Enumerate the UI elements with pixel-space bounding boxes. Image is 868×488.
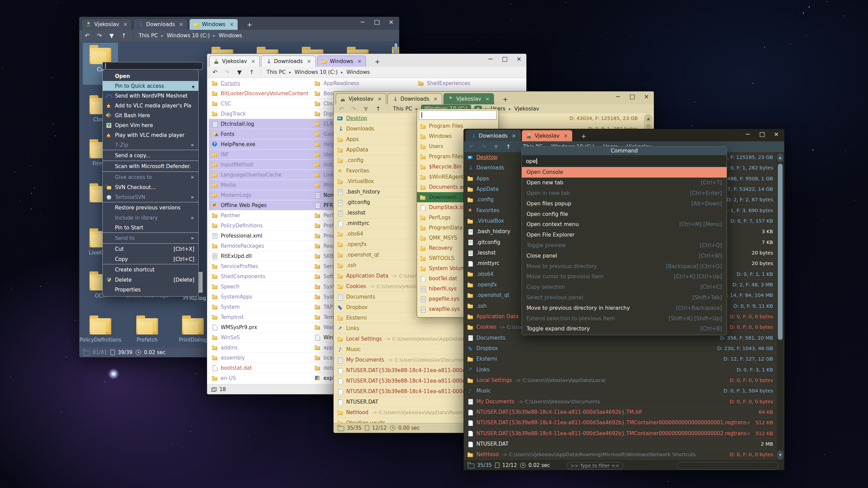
tab[interactable]: Downloads × xyxy=(261,56,316,67)
forward-button[interactable]: ↷ xyxy=(480,143,488,150)
file-row[interactable]: RemotePackages xyxy=(209,241,312,251)
type-to-filter-button[interactable]: >> Type to filter << xyxy=(567,462,623,469)
tab[interactable]: Downloads × xyxy=(466,130,520,141)
tab[interactable]: Downloads × xyxy=(388,93,442,104)
breadcrumb-item[interactable]: Vjekoslav▼ xyxy=(509,106,539,112)
context-menu-item[interactable]: Scan with Microsoft Defender... ▶ xyxy=(103,161,198,171)
file-row[interactable]: HelpPane.exe xyxy=(209,139,312,149)
palette-item[interactable]: Open in new tab [Ctrl+Enter] xyxy=(522,188,727,199)
file-row[interactable]: My Documents -> C:\Users\Vjekoslav\Docum… xyxy=(465,396,776,407)
file-row[interactable]: DiagTrack xyxy=(209,109,312,119)
palette-item[interactable]: Toggle expand directory [Ctrl+B] xyxy=(522,324,727,334)
file-row[interactable]: INF xyxy=(209,149,312,160)
tab[interactable]: + xyxy=(367,56,384,67)
file-row[interactable]: ShellComponents xyxy=(209,271,312,282)
close-button[interactable]: × xyxy=(516,55,521,62)
close-button[interactable]: × xyxy=(644,93,649,100)
context-menu-item[interactable]: 7-Zip ▶ xyxy=(103,140,198,150)
tab-close-icon[interactable]: × xyxy=(433,96,438,102)
tab[interactable]: Windows × xyxy=(317,56,366,67)
context-menu-item[interactable]: Delete [Delete] ▶ xyxy=(103,275,198,285)
forward-button[interactable]: ↷ xyxy=(350,105,357,112)
palette-item[interactable]: Close panel [Ctrl+W] xyxy=(522,250,727,261)
palette-item[interactable]: Move to previous directory in hierarchy … xyxy=(522,303,727,313)
context-menu-item[interactable]: Git Bash Here ▶ xyxy=(103,110,198,120)
tab-close-icon[interactable]: × xyxy=(251,58,255,64)
palette-item[interactable]: Open config file xyxy=(522,209,727,219)
file-row[interactable]: addins xyxy=(209,343,312,353)
breadcrumb-item[interactable]: Windows▼ xyxy=(341,69,370,75)
maximize-button[interactable]: □ xyxy=(759,130,765,138)
context-menu-filter-input[interactable] xyxy=(102,62,203,69)
file-row[interactable]: en-US xyxy=(209,373,312,383)
history-dropdown-button[interactable]: ▼ xyxy=(362,105,370,112)
minimize-button[interactable]: − xyxy=(360,18,365,25)
palette-item[interactable]: Open Console xyxy=(522,167,727,178)
tab[interactable]: + xyxy=(574,130,590,141)
tab[interactable]: Downloads × xyxy=(133,19,188,30)
file-row[interactable]: ServiceProfiles xyxy=(209,261,312,271)
file-row[interactable]: Speech xyxy=(209,282,312,292)
file-row[interactable]: Eksterni D: 12, F: 127, 12 GB xyxy=(465,354,776,364)
tab[interactable]: Vjekoslav × xyxy=(209,56,260,67)
palette-item[interactable]: Select previous panel [Shift+Tab] xyxy=(522,292,727,303)
tab[interactable]: Vjekoslav × xyxy=(336,93,386,104)
palette-item[interactable]: Copy selection [Ctrl+C] xyxy=(522,282,727,292)
tab-close-icon[interactable]: × xyxy=(564,133,568,139)
maximize-button[interactable]: □ xyxy=(374,18,380,25)
back-button[interactable]: ↶ xyxy=(338,105,345,112)
palette-item[interactable]: Toggle preview [Ctrl+Q] xyxy=(522,240,727,251)
up-button[interactable]: ↑ xyxy=(374,105,382,112)
file-row[interactable]: RtlExUpd.dll xyxy=(209,251,312,261)
breadcrumb-item[interactable]: This PC▼ xyxy=(139,33,158,39)
up-button[interactable]: ↑ xyxy=(505,143,512,150)
tab[interactable]: + xyxy=(495,94,512,104)
file-row[interactable]: Professional.xml xyxy=(209,231,312,241)
file-row[interactable]: Fonts xyxy=(209,129,312,139)
tab-close-icon[interactable]: × xyxy=(230,21,234,27)
file-row[interactable]: WinSxS xyxy=(209,332,312,343)
context-menu-item[interactable]: Create shortcut ▶ xyxy=(103,264,198,275)
file-row[interactable]: Dropbox D: 230, F: 1043, 46 GB xyxy=(465,343,776,354)
tab-close-icon[interactable]: × xyxy=(512,133,516,139)
maximize-button[interactable]: □ xyxy=(629,93,635,100)
file-row[interactable]: AppReadiness xyxy=(312,78,414,88)
file-row[interactable]: bootstat.dat xyxy=(209,363,312,373)
tab[interactable]: Windows × xyxy=(189,19,238,30)
history-dropdown-button[interactable]: ▼ xyxy=(236,69,243,76)
dropdown-filter-input[interactable] xyxy=(419,110,497,120)
scroll-up-icon[interactable]: ▲ xyxy=(777,153,783,162)
tab-close-icon[interactable]: × xyxy=(377,96,382,102)
file-row[interactable]: NTUSER.DAT 2 MB xyxy=(465,439,776,449)
close-button[interactable]: × xyxy=(774,130,779,138)
back-button[interactable]: ↶ xyxy=(468,143,475,150)
context-menu-item[interactable]: Open ▶ xyxy=(103,71,198,81)
context-menu-item[interactable]: Cut [Ctrl+X] ▶ xyxy=(103,243,198,254)
maximize-button[interactable]: □ xyxy=(502,55,508,62)
scrollbar-thumb[interactable] xyxy=(778,164,783,340)
back-button[interactable]: ↶ xyxy=(83,32,91,39)
forward-button[interactable]: ↷ xyxy=(223,69,231,76)
palette-item[interactable]: Move cursor to previous item [Ctrl+K] [C… xyxy=(522,271,727,282)
file-row[interactable]: Media xyxy=(209,180,312,190)
file-row[interactable]: DtcInstall.log xyxy=(209,119,312,129)
context-menu-item[interactable]: Add to VLC media player's Playlist ▶ xyxy=(103,101,198,110)
context-menu-item[interactable]: TortoiseSVN ▶ xyxy=(103,192,198,202)
scroll-up-icon[interactable]: ▲ xyxy=(645,115,652,123)
file-row[interactable]: Local Settings -> C:\Users\Vjekoslav\App… xyxy=(465,375,776,386)
file-row[interactable]: Cursors xyxy=(209,78,312,88)
file-row[interactable]: assembly xyxy=(209,353,312,363)
file-row[interactable]: NTUSER.DAT{53b39e88-18c4-11ea-a811-000d3… xyxy=(465,428,776,439)
breadcrumb-item[interactable]: Windows▼ xyxy=(213,33,242,39)
file-row[interactable]: InputMethod xyxy=(209,160,312,170)
tab[interactable]: Vjekoslav × xyxy=(443,93,494,104)
scrollbar[interactable]: ▲ ▼ xyxy=(777,152,784,461)
palette-item[interactable]: Extend selection to previous item [Shift… xyxy=(522,313,727,324)
tab-close-icon[interactable]: × xyxy=(179,21,183,27)
context-menu-item[interactable]: Play with VLC media player ▶ xyxy=(103,130,198,140)
file-row[interactable]: NTUSER.DAT{53b39e88-18c4-11ea-a811-000d3… xyxy=(465,418,776,428)
file-row[interactable]: System xyxy=(209,302,312,312)
context-menu-item[interactable]: Pin to Start ▶ xyxy=(103,223,198,232)
palette-item[interactable]: Open context menu [Ctrl+M] [Menu] xyxy=(522,219,727,230)
file-row[interactable]: NetHood -> C:\Users\Vjekoslav\AppData\Ro… xyxy=(465,449,776,460)
